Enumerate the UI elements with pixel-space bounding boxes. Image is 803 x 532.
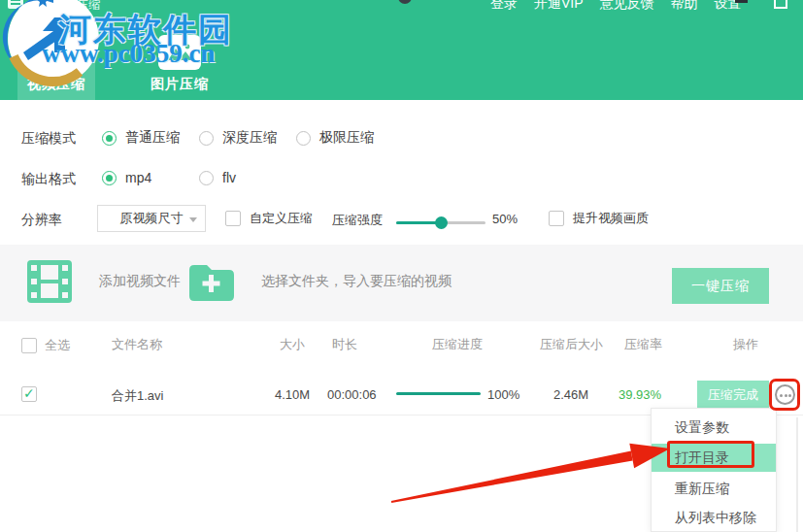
radio-flv-label: flv <box>222 170 236 185</box>
toolbar: 添加视频文件 选择文件夹，导入要压缩的视频 一键压缩 <box>0 245 803 321</box>
scrollbar-track <box>796 417 798 532</box>
select-all-label: 全选 <box>45 337 70 354</box>
window-title: QVE视频压缩 <box>29 0 100 14</box>
compression-ratio: 39.93% <box>619 387 661 402</box>
select-folder-label: 选择文件夹，导入要压缩的视频 <box>261 273 452 290</box>
more-options-icon[interactable] <box>775 384 795 405</box>
compress-done-button[interactable]: 压缩完成 <box>697 381 769 409</box>
tab-video-label: 视频压缩 <box>17 76 95 93</box>
menu-item-recompress[interactable]: 重新压缩 <box>652 474 776 503</box>
radio-normal-compress[interactable]: 普通压缩 <box>102 129 180 147</box>
tab-video-compress[interactable]: 视频压缩 <box>17 27 95 100</box>
slider-thumb[interactable] <box>435 216 448 229</box>
compressed-size: 2.46M <box>553 387 588 402</box>
menu-item-open-directory[interactable]: 打开目录 <box>652 444 776 472</box>
maximize-button[interactable] <box>774 0 787 9</box>
tab-image-compress[interactable]: 图片压缩 <box>141 27 218 100</box>
file-size: 4.10M <box>275 387 310 402</box>
strength-label: 压缩强度 <box>332 212 383 229</box>
progress-bar <box>396 392 481 395</box>
col-duration: 时长 <box>332 336 357 353</box>
annotation-arrow <box>379 432 680 515</box>
help-button[interactable]: 帮助 <box>671 0 698 13</box>
radio-extreme-compress[interactable]: 极限压缩 <box>296 129 374 147</box>
titlebar-menu: 登录 开通VIP 意见反馈 帮助 设置 <box>490 0 742 13</box>
app-logo-icon <box>8 0 23 9</box>
enhance-quality-checkbox[interactable]: 提升视频画质 <box>549 210 649 227</box>
strength-value: 50% <box>492 212 518 226</box>
user-icon[interactable] <box>398 0 412 4</box>
col-actions: 操作 <box>733 336 758 353</box>
col-compressed-size: 压缩后大小 <box>540 336 603 353</box>
folder-plus-icon <box>187 262 236 301</box>
select-folder-button[interactable]: 选择文件夹，导入要压缩的视频 <box>187 262 452 301</box>
checkbox-icon <box>549 211 564 226</box>
add-video-button[interactable]: 添加视频文件 <box>27 260 181 303</box>
vip-button[interactable]: 开通VIP <box>534 0 584 13</box>
radio-deep-compress[interactable]: 深度压缩 <box>199 129 277 147</box>
image-compress-icon <box>158 35 201 70</box>
mode-label: 压缩模式 <box>21 130 76 148</box>
radio-icon <box>199 131 214 146</box>
resolution-label: 分辨率 <box>21 212 62 229</box>
resolution-select-value: 原视频尺寸 <box>120 210 184 227</box>
menu-item-set-params[interactable]: 设置参数 <box>652 413 776 442</box>
radio-icon <box>296 131 311 146</box>
row-checkbox[interactable] <box>21 386 37 402</box>
radio-selected-icon <box>102 171 117 185</box>
col-size: 大小 <box>280 336 305 353</box>
col-name: 文件名称 <box>112 336 162 353</box>
table-header: 全选 文件名称 大小 时长 压缩进度 压缩后大小 压缩率 操作 <box>0 328 803 361</box>
one-click-compress-button[interactable]: 一键压缩 <box>672 268 769 304</box>
chevron-down-icon <box>189 217 197 222</box>
format-label: 输出格式 <box>21 171 76 188</box>
radio-deep-label: 深度压缩 <box>222 129 277 147</box>
col-progress: 压缩进度 <box>432 336 483 353</box>
checkbox-icon <box>225 211 241 226</box>
custom-compress-label: 自定义压缩 <box>250 210 313 227</box>
film-strip-icon <box>27 260 72 303</box>
feedback-button[interactable]: 意见反馈 <box>600 0 654 13</box>
app-header: QVE视频压缩 登录 开通VIP 意见反馈 帮助 设置 视频压缩 图片压缩 <box>0 0 803 100</box>
radio-normal-label: 普通压缩 <box>125 129 180 147</box>
login-button[interactable]: 登录 <box>490 0 518 13</box>
radio-selected-icon <box>102 131 117 146</box>
progress-value: 100% <box>487 387 519 402</box>
menu-item-remove-from-list[interactable]: 从列表中移除 <box>652 503 776 532</box>
enhance-quality-label: 提升视频画质 <box>573 210 649 227</box>
select-all-checkbox[interactable]: 全选 <box>21 337 70 354</box>
radio-icon <box>199 171 214 185</box>
radio-extreme-label: 极限压缩 <box>319 129 374 147</box>
radio-flv[interactable]: flv <box>199 170 236 185</box>
file-duration: 00:00:06 <box>327 387 377 402</box>
strength-slider[interactable] <box>396 216 485 229</box>
context-menu: 设置参数 打开目录 重新压缩 从列表中移除 <box>651 408 777 532</box>
tab-image-label: 图片压缩 <box>141 76 218 93</box>
video-compress-icon <box>35 35 78 70</box>
col-ratio: 压缩率 <box>624 336 662 353</box>
radio-mp4[interactable]: mp4 <box>102 170 151 185</box>
minimize-button[interactable] <box>735 0 748 3</box>
checkbox-icon <box>21 338 37 353</box>
radio-mp4-label: mp4 <box>125 170 151 185</box>
resolution-select[interactable]: 原视频尺寸 <box>97 205 206 232</box>
add-video-label: 添加视频文件 <box>99 273 181 290</box>
custom-compress-checkbox[interactable]: 自定义压缩 <box>225 210 313 227</box>
file-name: 合并1.avi <box>112 387 163 405</box>
